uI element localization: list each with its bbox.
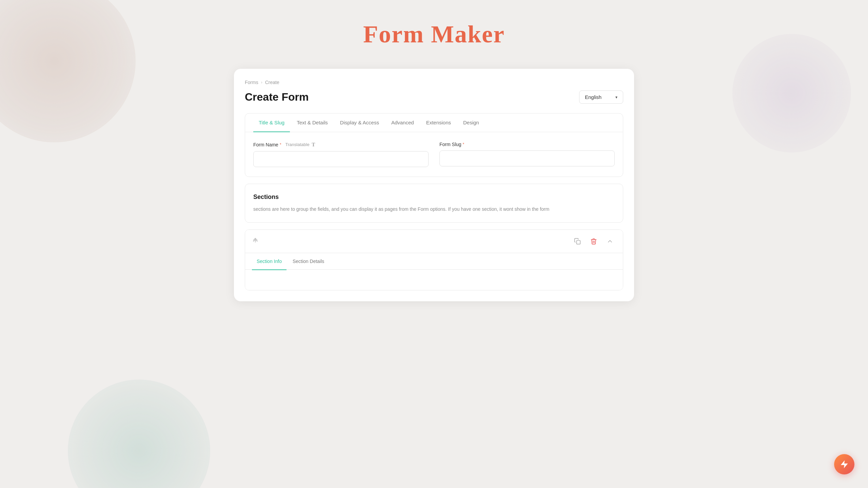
tabs-panel: Title & Slug Text & Details Display & Ac… (245, 113, 623, 177)
copy-section-button[interactable] (571, 235, 584, 247)
section-row: Section Info Section Details (245, 229, 623, 291)
page-heading: Create Form (245, 91, 309, 103)
sections-panel: Sections sections are here to group the … (245, 184, 623, 223)
form-slug-label-text: Form Slug (439, 142, 461, 147)
sections-description: sections are here to group the fields, a… (253, 205, 615, 213)
form-slug-label: Form Slug* (439, 142, 615, 147)
breadcrumb-forms-link[interactable]: Forms (245, 80, 258, 85)
form-name-group: Form Name* Translatable 𝐓 (253, 142, 429, 167)
language-dropdown[interactable]: English French Spanish German Arabic (585, 94, 605, 100)
tab-extensions[interactable]: Extensions (421, 114, 456, 132)
collapse-section-button[interactable] (604, 235, 616, 247)
form-name-required: * (280, 142, 281, 147)
form-row-name-slug: Form Name* Translatable 𝐓 Form Slug* (253, 142, 615, 167)
section-inner: Section Info Section Details (245, 253, 623, 290)
section-row-actions (571, 235, 616, 247)
translatable-badge: Translatable 𝐓 (285, 142, 315, 148)
breadcrumb-current: Create (265, 80, 279, 85)
form-slug-required: * (463, 142, 465, 147)
sections-title: Sections (253, 194, 615, 201)
breadcrumb-separator: › (261, 80, 262, 85)
tab-advanced[interactable]: Advanced (386, 114, 419, 132)
breadcrumb: Forms › Create (245, 80, 623, 85)
form-slug-group: Form Slug* (439, 142, 615, 166)
floating-action-button[interactable] (834, 454, 854, 474)
translate-icon: 𝐓 (312, 142, 315, 148)
page-wrapper: Form Maker Forms › Create Create Form En… (0, 0, 868, 488)
app-title: Form Maker (363, 20, 505, 48)
section-row-header (245, 230, 623, 253)
section-tab-details[interactable]: Section Details (288, 253, 329, 270)
svg-rect-1 (577, 240, 580, 244)
tab-text-details[interactable]: Text & Details (291, 114, 333, 132)
form-name-input[interactable] (253, 151, 429, 167)
chevron-down-icon: ▾ (615, 95, 617, 100)
delete-section-button[interactable] (588, 235, 600, 247)
main-card: Forms › Create Create Form English Frenc… (234, 69, 634, 301)
section-tab-info[interactable]: Section Info (252, 253, 287, 270)
form-name-label-text: Form Name (253, 142, 278, 147)
translatable-label: Translatable (285, 142, 310, 147)
tabs-bar: Title & Slug Text & Details Display & Ac… (245, 114, 623, 132)
form-slug-input[interactable] (439, 150, 615, 166)
tab-design[interactable]: Design (458, 114, 485, 132)
tab-display-access[interactable]: Display & Access (335, 114, 384, 132)
sort-drag-icon[interactable] (252, 237, 259, 245)
page-header: Create Form English French Spanish Germa… (245, 90, 623, 104)
section-body (245, 270, 623, 290)
section-tabs: Section Info Section Details (245, 253, 623, 270)
tab-title-slug[interactable]: Title & Slug (253, 114, 290, 132)
form-name-label: Form Name* Translatable 𝐓 (253, 142, 429, 148)
language-selector[interactable]: English French Spanish German Arabic ▾ (579, 90, 623, 104)
form-content: Form Name* Translatable 𝐓 Form Slug* (245, 132, 623, 177)
